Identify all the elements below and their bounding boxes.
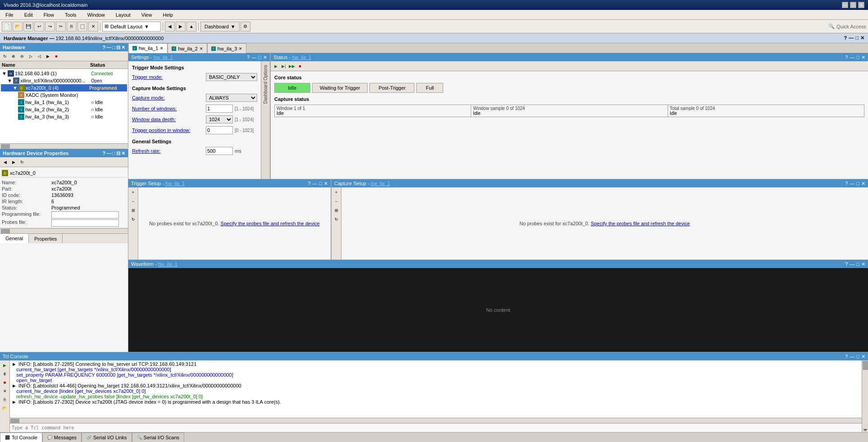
- status-run-btn[interactable]: ▶: [272, 62, 280, 70]
- tree-item-xadc[interactable]: X XADC (System Monitor): [1, 91, 127, 99]
- tcl-min-btn[interactable]: —: [850, 354, 854, 360]
- window-depth-label[interactable]: Window data depth:: [132, 117, 204, 122]
- tcl-copy-btn[interactable]: ⎘: [1, 396, 9, 404]
- tree-item-device[interactable]: ▼ D xc7a200t_0 (4) Programmed: [1, 84, 127, 91]
- waveform-close-btn[interactable]: ✕: [861, 261, 865, 267]
- num-windows-label[interactable]: Number of windows:: [132, 106, 204, 111]
- hw-close-btn[interactable]: ✕: [121, 45, 125, 50]
- maximize-button[interactable]: □: [850, 2, 856, 8]
- trigger-mode-label[interactable]: Trigger mode:: [132, 74, 204, 80]
- tcl-scrollbar-h[interactable]: [10, 418, 862, 423]
- copy-btn[interactable]: ⎘: [67, 22, 77, 32]
- trigger-fit-btn[interactable]: ⊞: [129, 206, 137, 214]
- capture-mode-select[interactable]: ALWAYS: [206, 94, 257, 102]
- tcl-pause-btn[interactable]: ⏸: [1, 370, 9, 378]
- prop-input-progfile[interactable]: [51, 211, 119, 219]
- hw-help-btn[interactable]: ?: [103, 45, 106, 50]
- hw-manager-min-btn[interactable]: —: [849, 35, 854, 41]
- refresh-rate-label[interactable]: Refresh rate:: [132, 148, 204, 154]
- menu-tools[interactable]: Tools: [61, 11, 80, 18]
- tree-item-ila3[interactable]: I hw_ila_3 (hw_ila_3) ○ Idle: [1, 113, 127, 120]
- hw-tree-scrollbar-h[interactable]: [0, 143, 128, 149]
- window-depth-select[interactable]: 1024: [206, 115, 233, 123]
- hw-manager-help-btn[interactable]: ?: [844, 35, 847, 41]
- hw-refresh-btn[interactable]: ↻: [1, 52, 9, 60]
- capture-link[interactable]: hw_ila_1: [371, 181, 390, 186]
- hw-props-float-btn[interactable]: □: [112, 150, 115, 156]
- dashboard-button[interactable]: Dashboard ▼: [200, 22, 240, 32]
- menu-layout[interactable]: Layout: [112, 11, 134, 18]
- status-help-btn[interactable]: ?: [845, 55, 848, 60]
- refresh-rate-input[interactable]: [206, 147, 233, 155]
- tcl-open-btn[interactable]: 📂: [1, 404, 9, 412]
- capture-specify-link[interactable]: Specify the probes file and refresh the …: [591, 221, 690, 226]
- hw-connect-btn[interactable]: ⊕: [9, 52, 18, 60]
- capture-max-btn[interactable]: □: [856, 181, 859, 187]
- dashboard-settings-btn[interactable]: ⚙: [241, 22, 250, 32]
- settings-max-btn[interactable]: □: [258, 55, 261, 60]
- hw-props-min-btn[interactable]: —: [106, 150, 111, 156]
- trigger-link[interactable]: hw_ila_1: [165, 181, 185, 186]
- tab-ila3-close-icon[interactable]: ✕: [239, 46, 242, 51]
- close-button[interactable]: ✕: [858, 2, 864, 8]
- props-refresh-btn[interactable]: ↻: [18, 158, 26, 166]
- tcl-tab-serial-links[interactable]: 🔗 Serial I/O Links: [82, 433, 132, 442]
- tcl-max-btn[interactable]: □: [856, 354, 859, 360]
- tree-item-ila2[interactable]: I hw_ila_2 (hw_ila_2) ○ Idle: [1, 106, 127, 113]
- tcl-run-btn[interactable]: ▶: [1, 361, 9, 369]
- hw-float-btn[interactable]: □: [112, 45, 115, 50]
- tree-item-host[interactable]: ▼ H 192.168.60.149 (1) Connected: [1, 70, 127, 77]
- waveform-min-btn[interactable]: —: [850, 261, 854, 267]
- trigger-rotate-btn[interactable]: ↻: [129, 215, 137, 223]
- tab-hw-ila-2[interactable]: I hw_ila_2 ✕: [168, 43, 207, 53]
- hw-props-close-btn[interactable]: ✕: [121, 150, 125, 156]
- menu-edit[interactable]: Edit: [21, 11, 36, 18]
- tcl-stop-btn[interactable]: ■: [1, 378, 9, 387]
- status-min-btn[interactable]: —: [850, 55, 854, 60]
- waveform-max-btn[interactable]: □: [856, 261, 859, 267]
- tab-ila2-close-icon[interactable]: ✕: [200, 46, 203, 51]
- layout-dropdown[interactable]: ⊞ Default Layout ▼: [102, 22, 161, 32]
- trigger-max-btn[interactable]: □: [319, 181, 322, 187]
- props-tab-properties[interactable]: Properties: [29, 234, 63, 243]
- capture-zoom-out-btn[interactable]: −: [332, 197, 341, 205]
- tcl-tab-messages[interactable]: 💬 Messages: [42, 433, 82, 442]
- props-tab-general[interactable]: General: [0, 234, 29, 243]
- tcl-scrollbar-v[interactable]: [862, 360, 868, 432]
- open-btn[interactable]: 📂: [13, 22, 23, 32]
- status-run-trig-btn[interactable]: ▶|: [280, 62, 288, 70]
- up-btn[interactable]: ▲: [186, 22, 196, 32]
- tab-hw-ila-3[interactable]: I hw_ila_3 ✕: [207, 43, 246, 53]
- tcl-tab-console[interactable]: ⬛ Tcl Console: [0, 433, 42, 442]
- capture-fit-btn[interactable]: ⊞: [332, 206, 341, 214]
- new-btn[interactable]: 📄: [2, 22, 12, 32]
- trigger-min-btn[interactable]: —: [312, 181, 317, 187]
- undo-btn[interactable]: ↩: [34, 22, 44, 32]
- hw-manager-close-btn[interactable]: ✕: [860, 35, 864, 41]
- hw-props-help-btn[interactable]: ?: [103, 150, 106, 156]
- posttrig-status-btn[interactable]: Post-Trigger: [369, 83, 414, 93]
- tab-ila1-close-icon[interactable]: ✕: [160, 46, 164, 50]
- tab-hw-ila-1[interactable]: I hw_ila_1 ✕: [128, 43, 168, 53]
- tree-item-ila1[interactable]: I hw_ila_1 (hw_ila_1) ○ Idle: [1, 99, 127, 106]
- tcl-clear-btn[interactable]: ✕: [1, 387, 9, 395]
- capture-mode-label[interactable]: Capture mode:: [132, 95, 204, 100]
- forward-btn[interactable]: ▶: [176, 22, 186, 32]
- waveform-link[interactable]: hw_ila_1: [158, 261, 177, 267]
- settings-close-btn[interactable]: ✕: [263, 55, 267, 60]
- hw-props-max-btn[interactable]: ⊟: [116, 150, 120, 156]
- trigger-pos-label[interactable]: Trigger position in window:: [132, 128, 204, 133]
- menu-flow[interactable]: Flow: [40, 11, 58, 18]
- hw-stop-btn[interactable]: ■: [52, 52, 60, 60]
- props-scrollbar-h[interactable]: [0, 228, 128, 233]
- trigger-zoom-out-btn[interactable]: −: [129, 197, 137, 205]
- tree-item-tcf[interactable]: ▼ T xilinx_tcf/Xilinx/0000000000... Open: [1, 77, 127, 84]
- status-run-imm-btn[interactable]: ▶▶: [288, 62, 296, 70]
- waveform-help-btn[interactable]: ?: [845, 261, 848, 267]
- trigger-pos-input[interactable]: [206, 126, 233, 134]
- hw-open-btn[interactable]: ▷: [27, 52, 35, 60]
- capture-help-btn[interactable]: ?: [845, 181, 848, 187]
- menu-file[interactable]: File: [2, 11, 17, 18]
- menu-window[interactable]: Window: [84, 11, 109, 18]
- num-windows-input[interactable]: [206, 105, 233, 113]
